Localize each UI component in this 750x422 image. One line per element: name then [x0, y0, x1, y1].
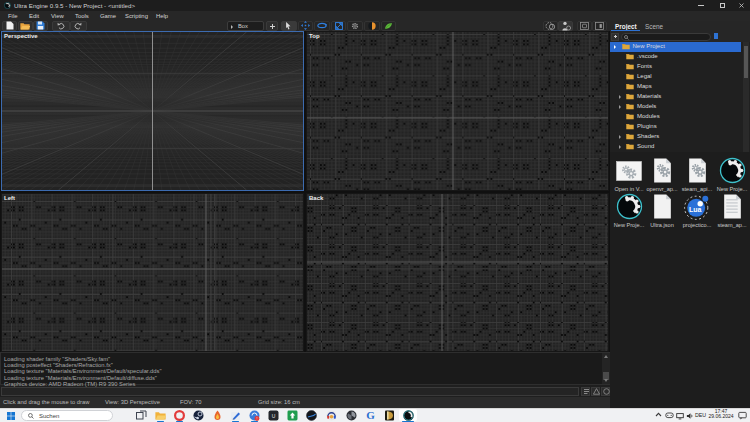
svg-text:U: U [271, 413, 275, 419]
svg-text:!: ! [256, 417, 257, 421]
svg-text:Lua: Lua [689, 206, 702, 213]
svg-text:G: G [366, 410, 375, 421]
